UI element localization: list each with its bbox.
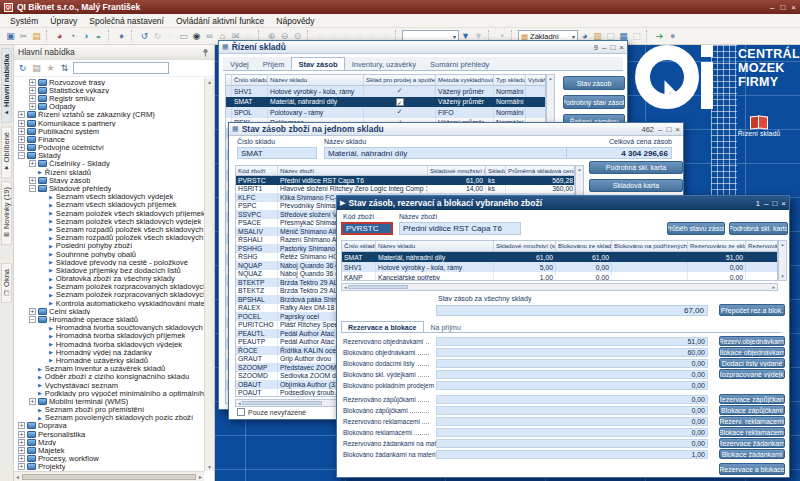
sort-icon[interactable]: ⇅ — [59, 63, 70, 73]
dot-icon[interactable]: ● — [666, 30, 679, 43]
tree-item-statisticke-vykazy[interactable]: +Statistické výkazy — [14, 86, 204, 94]
button-blokace-reklamacemi[interactable]: Blokace reklamacemi — [719, 427, 785, 437]
window3-titlebar[interactable]: ▶ Stav zásob, rezervací a blokací vybran… — [337, 196, 789, 210]
tree-expand-icon[interactable]: + — [18, 439, 25, 446]
table-row[interactable]: SPOLPolotovary - rámy✓FIFONormální — [226, 107, 545, 118]
tree-collapse-icon[interactable]: − — [18, 152, 25, 159]
tree-item-seznam-zbozi-pro-premisteni[interactable]: ▶Seznam zboží pro přemístění — [14, 406, 204, 414]
tree-item-celni-sklady[interactable]: +Celní sklady — [14, 307, 204, 315]
minimize-icon[interactable]: – — [770, 3, 774, 12]
copy-icon[interactable]: ▣ — [4, 30, 17, 43]
menu-item-spolecna-nastaveni[interactable]: Společná nastavení — [83, 15, 170, 27]
sidebar-search-input[interactable] — [73, 62, 169, 74]
tree-item-mobilni-terminal-wms[interactable]: +Mobilní terminál (WMS) — [14, 397, 204, 405]
tree-item-seznam-rozpadu-polozek-vsech-sklad[interactable]: ▶Seznam rozpadů položek všech skladových… — [14, 225, 204, 233]
table-vertical-scrollbar[interactable]: ▲ ▼ — [778, 240, 787, 281]
window-icon[interactable]: ▭ — [177, 30, 190, 43]
tree-item-hromadna-tvorba-skladovych-vydejek[interactable]: ▶Hromadná tvorba skladových výdejek — [14, 340, 204, 348]
tree-item-souhrnne-pohyby-obalu[interactable]: ▶Souhrnné pohyby obalů — [14, 250, 204, 258]
button-blokace-zadankami[interactable]: Blokace žádankami — [719, 449, 785, 459]
tab-stav-zasob[interactable]: Stav zásob — [291, 57, 344, 70]
tree-item-posledni-pohyby-zbozi[interactable]: ▶Poslední pohyby zboží — [14, 242, 204, 250]
button-blokace-zapujckami[interactable]: Blokace zápůjčkami — [719, 405, 785, 415]
favorite-star-icon[interactable]: ★ — [45, 63, 56, 73]
side-tab-okna[interactable]: ❏Okna — [1, 263, 12, 303]
maximize-icon[interactable]: □ — [610, 43, 615, 52]
side-tab-oblibene[interactable]: ★Oblíbené — [1, 126, 12, 178]
button-rozpracovane-vydejky[interactable]: Rozpracované výdejky — [719, 369, 785, 379]
button-podrobny-stav-zasob[interactable]: Podrobný stav zásob — [563, 95, 625, 109]
button-stav-zasob[interactable]: Stav zásob — [563, 76, 625, 90]
stop-icon[interactable]: ◌ — [164, 30, 177, 43]
tree-item-seznam-vsech-skladovych-prijemek[interactable]: ▶Seznam všech skladových příjemek — [14, 201, 204, 209]
table-row[interactable]: PVRSTCPřední vidlice RST Capa T661,00ks5… — [236, 176, 574, 185]
tree-expand-icon[interactable]: + — [29, 95, 36, 102]
redo-icon[interactable]: ↻ — [151, 30, 164, 43]
button-rezerv-reklamacemi[interactable]: Rezerv. reklamacemi — [719, 416, 785, 426]
pin-icon[interactable] — [201, 48, 210, 57]
tree-item-hromadne-uzaverky-skladu[interactable]: ▶Hromadné uzávěrky skladů — [14, 356, 204, 364]
tree-item-sklady[interactable]: −Sklady — [14, 152, 204, 160]
scrollbar-thumb[interactable] — [242, 401, 322, 405]
paste-icon[interactable]: ▤ — [30, 30, 43, 43]
scroll-right-icon[interactable]: ► — [198, 474, 203, 480]
tree-item-stavy-zasob[interactable]: +Stavy zásob — [14, 176, 204, 184]
tree-expand-icon[interactable]: + — [18, 463, 25, 470]
tree-item-mzdy[interactable]: +Mzdy — [14, 438, 204, 446]
tree-expand-icon[interactable]: + — [29, 87, 36, 94]
warehouse-code-field[interactable]: SMAT — [237, 147, 317, 159]
button-podrobna-skl-karta[interactable]: Podrobná skl. karta — [729, 222, 788, 235]
tree-expand-icon[interactable]: + — [29, 398, 36, 405]
cut-icon[interactable]: ✂ — [17, 30, 30, 43]
globe-blue-icon[interactable]: ◔ — [66, 30, 79, 43]
menu-item-upravy[interactable]: Úpravy — [44, 15, 83, 27]
tree-item-skladove-prehledy[interactable]: −Skladové přehledy — [14, 184, 204, 192]
tree-item-hromadny-vydej-na-zadanky[interactable]: ▶Hromadný výdej na žádanky — [14, 348, 204, 356]
tree-item-obratovka-zbozi-za-vsechny-sklady[interactable]: ▶Obratovka zboží za všechny sklady — [14, 275, 204, 283]
button-skladova-karta[interactable]: Skladová karta — [589, 179, 683, 192]
desktop-icon-rizeni-skladu[interactable]: Řízení skladů — [727, 115, 791, 137]
tree-item-seznam-polozek-rozpracovanych-skla[interactable]: ▶Seznam položek rozpracovaných skladovýc… — [14, 283, 204, 291]
tree-item-vychystavaci-seznam[interactable]: ▶Vychystávací seznam — [14, 381, 204, 389]
tree-item-projekty[interactable]: +Projekty — [14, 463, 204, 471]
tree-item-kontrola-automatickeho-vyskladnova[interactable]: ▶Kontrola automatického vyskladňování ma… — [14, 299, 204, 307]
tree-item-seznam-polozek-rozpracovanych-skla[interactable]: ▶Seznam položek rozpracovaných skladovýc… — [14, 291, 204, 299]
tab-na-prijmu[interactable]: Na příjmu — [424, 321, 468, 332]
side-tab-hlavni-nabidka[interactable]: ▸Hlavní nabídka — [1, 48, 12, 123]
tree-item-ciselniky-sklady[interactable]: +Číselníky - Sklady — [14, 160, 204, 168]
tree-expand-icon[interactable]: + — [18, 120, 25, 127]
minimize-icon[interactable]: – — [658, 125, 662, 134]
tree-expand-icon[interactable]: + — [18, 431, 25, 438]
only-active-checkbox[interactable]: Pouze nevyřazené — [237, 408, 306, 416]
globe-red-icon[interactable]: ◕ — [53, 30, 66, 43]
scrollbar-thumb[interactable] — [348, 285, 408, 289]
tree-item-hromadna-tvorba-skladovych-prijeme[interactable]: ▶Hromadná tvorba skladových příjemek — [14, 332, 204, 340]
tab-prijem[interactable]: Příjem — [256, 57, 292, 70]
export-icon[interactable]: ➔ — [653, 30, 666, 43]
scroll-left-icon[interactable]: ◄ — [343, 285, 347, 290]
tree-item-rizeni-skladu[interactable]: ▶Řízení skladů — [14, 168, 204, 176]
maximize-icon[interactable]: □ — [666, 125, 671, 134]
table-row[interactable]: SHV1Hotové výrobky - kola, rámy✓Vážený p… — [226, 86, 545, 97]
tree-item-seznam-vsech-skladovych-vydejek[interactable]: ▶Seznam všech skladových výdejek — [14, 193, 204, 201]
tab-inventury-uzaverky[interactable]: Inventury, uzávěrky — [345, 57, 423, 70]
tree-expand-icon[interactable]: + — [29, 308, 36, 315]
side-tab-novinky-19[interactable]: ▤Novinky (19) — [1, 181, 12, 245]
tree-expand-icon[interactable]: + — [18, 447, 25, 454]
button-dodaci-listy-vydane[interactable]: Dodací listy vydané — [719, 358, 785, 368]
close-icon[interactable]: × — [791, 3, 796, 12]
menu-item-system[interactable]: Systém — [4, 15, 44, 27]
scroll-down-icon[interactable]: ▼ — [207, 464, 212, 470]
tree-expand-icon[interactable]: + — [18, 455, 25, 462]
table-row[interactable]: SMATMateriál, náhradní díly✓Vážený průmě… — [226, 97, 545, 108]
tree-expand-icon[interactable]: + — [29, 103, 36, 110]
tree-collapse-icon[interactable]: − — [29, 185, 36, 192]
scrollbar-thumb[interactable] — [22, 474, 196, 480]
tree-item-podklady-pro-vypocet-minimalniho-a[interactable]: ▶Podklady pro výpočet minimálního a opti… — [14, 389, 204, 397]
window1-titlebar[interactable]: ▦ Řízení skladů 9 – □ × — [219, 41, 627, 54]
tab-vydej[interactable]: Výdej — [223, 57, 256, 70]
tree-expand-icon[interactable]: + — [18, 144, 25, 151]
scroll-up-icon[interactable]: ▲ — [207, 79, 212, 85]
tree-item-seznam-polozek-vsech-skladovych-pr[interactable]: ▶Seznam položek všech skladových příjeme… — [14, 209, 204, 217]
tree-expand-icon[interactable]: + — [29, 160, 36, 167]
